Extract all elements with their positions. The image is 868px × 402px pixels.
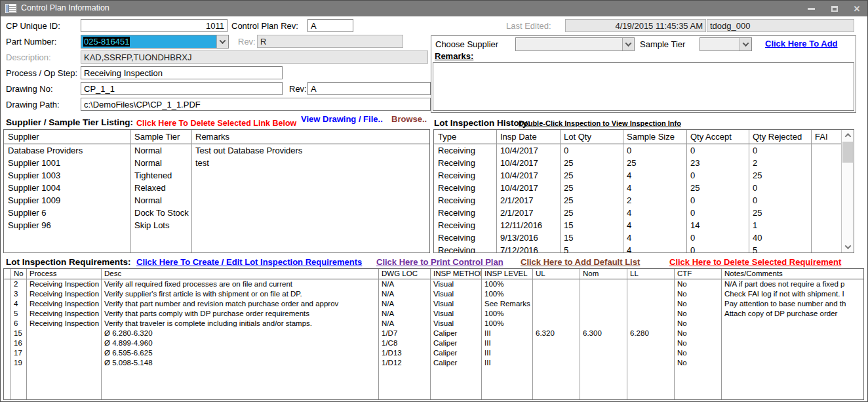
column-divider <box>26 269 27 399</box>
history-scrollbar[interactable] <box>841 130 854 252</box>
column-header-ll[interactable]: LL <box>627 269 674 279</box>
requirements-table-row[interactable]: 17 Ø 6.595-6.625 1/D13 Caliper III No <box>4 348 863 358</box>
column-header-fai[interactable]: FAI <box>811 130 842 144</box>
history-table-row[interactable]: Receiving 12/11/2016 15 4 14 1 <box>434 219 842 231</box>
supplier-table-row[interactable]: Supplier 1009 Normal <box>4 194 429 207</box>
history-table-row[interactable]: Receiving 2/1/2017 25 2 0 0 <box>434 194 842 207</box>
drawing-no-value: CP_1_1 <box>84 84 115 94</box>
cell-ll <box>627 279 674 289</box>
choose-supplier-combo[interactable] <box>515 37 635 51</box>
cell-insp-method: Visual <box>430 289 481 299</box>
chevron-up-icon <box>844 133 851 140</box>
cell-type: Receiving <box>434 182 496 194</box>
sample-tier-combo[interactable] <box>700 37 752 51</box>
history-table-row[interactable]: Receiving 10/4/2017 25 4 0 25 <box>434 169 842 182</box>
column-header-type[interactable]: Type <box>434 130 496 144</box>
cell-dwg-loc: N/A <box>378 279 430 289</box>
part-number-dropdown-button[interactable] <box>216 35 228 48</box>
requirements-table-row[interactable]: 3 Receiving Inspection Verify supplier's… <box>4 289 863 299</box>
requirements-table-row[interactable]: 5 Receiving Inspection Verify that parts… <box>4 309 863 319</box>
form-icon <box>5 4 16 13</box>
supplier-table-row[interactable]: Supplier 6 Dock To Stock <box>4 207 429 219</box>
column-header-sample-tier[interactable]: Sample Tier <box>130 130 191 144</box>
cell-sample-size: 0 <box>623 144 686 157</box>
requirements-table-row[interactable]: 15 Ø 6.280-6.320 1/D7 Caliper III 6.320 … <box>4 329 863 338</box>
cell-supplier: Database Providers <box>4 144 130 157</box>
cell-ul: 6.320 <box>532 329 580 338</box>
history-table-row[interactable]: Receiving 7/12/2016 5 4 0 5 <box>434 244 842 253</box>
column-header-qty-rejected[interactable]: Qty Rejected <box>749 130 811 144</box>
cell-remarks: Test out Database Providers <box>191 144 429 157</box>
column-header-qty-accept[interactable]: Qty Accept <box>686 130 749 144</box>
close-button[interactable]: ✕ <box>848 2 866 15</box>
cell-notes <box>721 338 863 348</box>
remarks-field[interactable] <box>433 62 854 111</box>
column-header-ctf[interactable]: CTF <box>674 269 721 279</box>
column-header-insp-date[interactable]: Insp Date <box>496 130 560 144</box>
scroll-down-button[interactable] <box>842 241 854 252</box>
history-table-row[interactable]: Receiving 10/4/2017 25 4 25 0 <box>434 182 842 194</box>
column-header-remarks[interactable]: Remarks <box>191 130 429 144</box>
column-header-insp-method[interactable]: INSP METHOD <box>430 269 481 279</box>
lot-requirements-section-label: Lot Inspection Requirements: <box>6 257 131 267</box>
column-header-notes[interactable]: Notes/Comments <box>721 269 863 279</box>
click-here-to-add-link[interactable]: Click Here To Add <box>765 39 838 49</box>
choose-supplier-dropdown-button[interactable] <box>622 38 634 50</box>
chevron-down-icon <box>844 243 851 249</box>
requirements-table-row[interactable]: 4 Receiving Inspection Verify that part … <box>4 299 863 309</box>
cell-fai <box>811 231 842 244</box>
create-edit-requirements-link[interactable]: Click Here To Create / Edit Lot Inspecti… <box>136 257 362 267</box>
supplier-table-row[interactable]: Supplier 1001 Normal test <box>4 157 429 169</box>
column-header-dwg-loc[interactable]: DWG LOC <box>378 269 430 279</box>
cell-type: Receiving <box>434 144 496 157</box>
history-table-row[interactable]: Receiving 10/4/2017 0 0 0 0 <box>434 144 842 157</box>
requirements-table-row[interactable]: 6 Receiving Inspection Verify that trave… <box>4 319 863 329</box>
supplier-table-row[interactable]: Supplier 1003 Tightened <box>4 169 429 182</box>
last-edited-user-field: tdodg_000 <box>707 19 854 32</box>
supplier-table-row[interactable]: Supplier 1004 Relaxed <box>4 182 429 194</box>
cell-sample-size: 2 <box>623 194 686 207</box>
column-header-lot-qty[interactable]: Lot Qty <box>560 130 623 144</box>
cell-insp-date: 12/11/2016 <box>496 219 560 231</box>
cell-insp-level: 100% <box>481 309 532 319</box>
browse-link[interactable]: Browse.. <box>391 114 427 124</box>
supplier-listing-section-label: Supplier / Sample Tier Listing: <box>6 117 133 127</box>
chevron-down-icon <box>220 37 226 44</box>
history-table-row[interactable]: Receiving 9/13/2016 15 4 0 40 <box>434 231 842 244</box>
column-header-no[interactable]: No <box>10 269 26 279</box>
control-plan-rev-field[interactable]: A <box>307 19 353 32</box>
view-drawing-link[interactable]: View Drawing / File.. <box>301 114 383 124</box>
cell-notes: N/A if part does not require a fixed p <box>721 279 863 289</box>
drawing-path-field[interactable]: c:\DemoFiles\CP\CP_1_1.PDF <box>81 98 431 111</box>
titlebar[interactable]: Control Plan Information ✕ <box>1 1 867 16</box>
delete-selected-link[interactable]: Click Here To Delete Selected Link Below <box>136 119 296 128</box>
maximize-button[interactable] <box>825 2 844 15</box>
part-number-combo[interactable]: 025-816451 <box>81 35 229 49</box>
delete-selected-requirement-link[interactable]: Click Here to Delete Selected Requiremen… <box>669 257 841 267</box>
sample-tier-dropdown-button[interactable] <box>740 38 751 50</box>
scroll-up-button[interactable] <box>842 130 854 141</box>
add-default-list-link[interactable]: Click Here to Add Default List <box>521 257 640 267</box>
drawing-no-field[interactable]: CP_1_1 <box>81 82 283 95</box>
column-header-ul[interactable]: UL <box>532 269 580 279</box>
minimize-button[interactable] <box>802 2 820 15</box>
requirements-table-row[interactable]: 19 Ø 5.098-5.148 1/D12 Caliper III No <box>4 358 863 368</box>
column-header-nom[interactable]: Nom <box>580 269 627 279</box>
drawing-rev-field[interactable]: A <box>307 82 431 95</box>
supplier-table-row[interactable]: Database Providers Normal Test out Datab… <box>4 144 429 157</box>
process-op-step-field[interactable]: Receiving Inspection <box>81 66 283 79</box>
column-header-supplier[interactable]: Supplier <box>4 130 130 144</box>
supplier-table-row[interactable]: Supplier 96 Skip Lots <box>4 219 429 231</box>
column-header-process[interactable]: Process <box>26 269 101 279</box>
cp-unique-id-field[interactable]: 1011 <box>81 19 227 32</box>
print-control-plan-link[interactable]: Click Here to Print Control Plan <box>376 257 503 267</box>
column-header-sample-size[interactable]: Sample Size <box>623 130 686 144</box>
history-table-row[interactable]: Receiving 10/4/2017 25 25 23 2 <box>434 157 842 169</box>
scrollbar-thumb[interactable] <box>842 142 853 163</box>
cell-type: Receiving <box>434 169 496 182</box>
requirements-table-row[interactable]: 16 Ø 4.899-4.960 1/C8 Caliper III No <box>4 338 863 348</box>
column-header-insp-level[interactable]: INSP LEVEL <box>481 269 532 279</box>
column-header-desc[interactable]: Desc <box>101 269 378 279</box>
requirements-table-row[interactable]: 2 Receiving Inspection Verify all requir… <box>4 279 863 289</box>
history-table-row[interactable]: Receiving 2/1/2017 25 4 0 25 <box>434 207 842 219</box>
